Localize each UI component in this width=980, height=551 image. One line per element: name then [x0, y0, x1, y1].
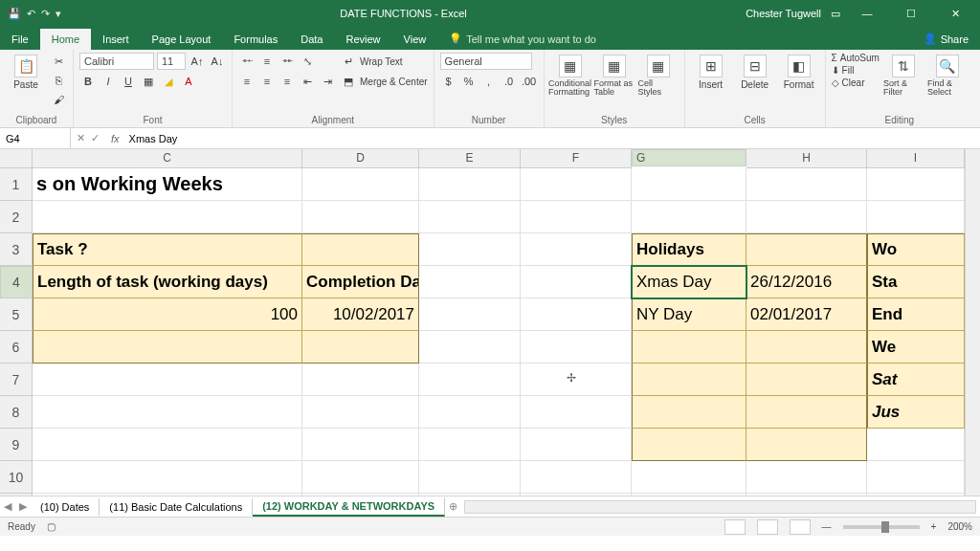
fill-button[interactable]: ⬇ Fill	[832, 65, 880, 76]
undo-icon[interactable]: ↶	[27, 8, 35, 20]
sheet-tab[interactable]: (10) Dates	[31, 498, 100, 516]
share-button[interactable]: 👤 Share	[912, 28, 980, 50]
cell[interactable]	[419, 168, 521, 201]
close-icon[interactable]: ✕	[938, 8, 972, 20]
cell[interactable]	[632, 364, 746, 396]
row-header[interactable]: 5	[0, 298, 33, 331]
wrap-text-button[interactable]: ↵ Wrap Text	[340, 53, 428, 70]
number-format-select[interactable]: General	[440, 53, 532, 70]
sheet-nav-next-icon[interactable]: ▶	[15, 500, 31, 513]
font-name-select[interactable]: Calibri	[79, 53, 154, 70]
align-left-icon[interactable]: ≡	[238, 73, 256, 90]
fx-icon[interactable]: fx	[105, 133, 125, 144]
cell[interactable]: 100	[33, 298, 302, 331]
comma-icon[interactable]: ,	[480, 73, 498, 90]
column-header[interactable]: D	[302, 149, 419, 168]
font-size-select[interactable]: 11	[157, 53, 186, 70]
cell[interactable]	[521, 429, 632, 461]
cell[interactable]: Length of task (working days)	[33, 266, 302, 298]
cell[interactable]	[419, 201, 521, 233]
copy-icon[interactable]: ⎘	[50, 72, 67, 89]
row-header[interactable]: 7	[0, 364, 33, 396]
clear-button[interactable]: ◇ Clear	[832, 77, 880, 88]
cell[interactable]	[419, 461, 521, 494]
cell[interactable]	[419, 298, 521, 331]
format-painter-icon[interactable]: 🖌	[50, 91, 67, 108]
cell[interactable]	[302, 233, 419, 266]
cell[interactable]	[746, 429, 867, 461]
cell[interactable]: Holidays	[632, 233, 746, 266]
qat-dropdown-icon[interactable]: ▾	[56, 8, 61, 20]
row-header[interactable]: 6	[0, 331, 33, 364]
cell[interactable]: Completion Date	[302, 266, 419, 298]
cell[interactable]: Sta	[867, 266, 965, 298]
tab-page-layout[interactable]: Page Layout	[141, 29, 223, 50]
row-header[interactable]: 11	[0, 494, 33, 496]
cell[interactable]	[521, 201, 632, 233]
cell[interactable]: s on Working Weeks	[33, 168, 302, 201]
cell[interactable]	[33, 494, 302, 496]
macro-record-icon[interactable]: ▢	[47, 521, 56, 532]
cell[interactable]	[867, 201, 965, 233]
cell[interactable]	[867, 461, 965, 494]
tab-file[interactable]: File	[0, 29, 40, 50]
border-icon[interactable]: ▦	[140, 73, 157, 90]
delete-cells-button[interactable]: ⊟ Delete	[735, 53, 775, 90]
sheet-tab-active[interactable]: (12) WORKDAY & NETWORKDAYS	[253, 497, 445, 517]
cell[interactable]	[302, 168, 419, 201]
cell[interactable]: 10/02/2017	[302, 298, 419, 331]
format-as-table-button[interactable]: ▦ Format as Table	[594, 53, 635, 97]
tab-home[interactable]: Home	[40, 29, 91, 50]
column-header[interactable]: G	[632, 149, 746, 166]
cell[interactable]	[746, 396, 867, 429]
user-name[interactable]: Chester Tugwell	[746, 8, 821, 19]
cell[interactable]	[632, 429, 746, 461]
cell[interactable]	[33, 364, 302, 396]
cell[interactable]	[746, 201, 867, 233]
tell-me-search[interactable]: 💡 Tell me what you want to do	[437, 28, 608, 50]
cell[interactable]	[521, 298, 632, 331]
cell[interactable]	[419, 429, 521, 461]
cell[interactable]	[632, 461, 746, 494]
column-header[interactable]: E	[419, 149, 521, 168]
cell[interactable]	[33, 396, 302, 429]
paste-button[interactable]: 📋 Paste	[6, 53, 46, 90]
enter-formula-icon[interactable]: ✓	[91, 132, 100, 144]
cell[interactable]	[521, 233, 632, 266]
fill-color-icon[interactable]: ◢	[160, 73, 177, 90]
tab-data[interactable]: Data	[289, 29, 334, 50]
normal-view-icon[interactable]	[724, 519, 746, 535]
zoom-in-icon[interactable]: +	[931, 521, 937, 532]
cell[interactable]	[867, 168, 965, 201]
cell[interactable]: NY Day	[632, 298, 746, 331]
orientation-icon[interactable]: ⤡	[299, 53, 316, 70]
sheet-tab[interactable]: (11) Basic Date Calculations	[100, 498, 253, 516]
column-header[interactable]: I	[867, 149, 965, 168]
save-icon[interactable]: 💾	[8, 8, 21, 20]
increase-indent-icon[interactable]: ⇥	[319, 73, 336, 90]
cell[interactable]: Task ?	[33, 233, 302, 266]
cell[interactable]	[302, 494, 419, 496]
cell[interactable]	[746, 331, 867, 364]
cell[interactable]	[419, 494, 521, 496]
cell[interactable]	[302, 364, 419, 396]
cell[interactable]	[419, 331, 521, 364]
cell[interactable]	[521, 461, 632, 494]
tab-insert[interactable]: Insert	[91, 29, 141, 50]
cell[interactable]	[521, 494, 632, 496]
row-header[interactable]: 2	[0, 201, 33, 233]
cell[interactable]	[33, 461, 302, 494]
cell[interactable]	[632, 494, 746, 496]
formula-input[interactable]: Xmas Day	[125, 133, 980, 144]
align-right-icon[interactable]: ≡	[278, 73, 296, 90]
sheet-nav-prev-icon[interactable]: ◀	[0, 500, 15, 513]
column-header[interactable]: F	[521, 149, 632, 168]
redo-icon[interactable]: ↷	[41, 8, 50, 20]
cell[interactable]	[419, 396, 521, 429]
cell[interactable]	[33, 429, 302, 461]
minimize-icon[interactable]: —	[850, 8, 884, 19]
align-middle-icon[interactable]: ≡	[258, 53, 276, 70]
horizontal-scrollbar[interactable]	[464, 500, 976, 514]
cancel-formula-icon[interactable]: ✕	[77, 132, 85, 144]
cell[interactable]: End	[867, 298, 965, 331]
